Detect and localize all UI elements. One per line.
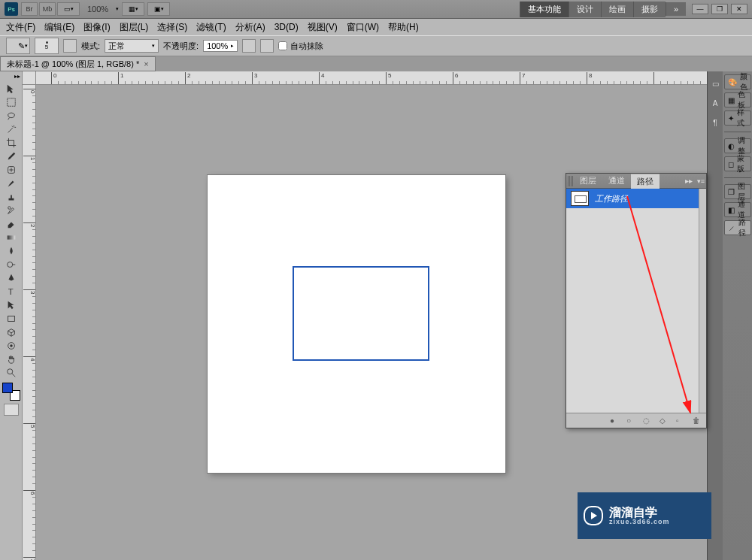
screen-mode-dropdown[interactable]: ▭▾	[57, 2, 80, 16]
menu-file[interactable]: 文件(F)	[2, 20, 40, 35]
panel-tab-paths[interactable]: 路径	[631, 174, 660, 189]
window-restore-button[interactable]: ❐	[711, 4, 728, 14]
dodge-tool[interactable]	[2, 258, 20, 271]
ruler-vertical[interactable]: 01234567	[23, 85, 36, 560]
fill-path-icon[interactable]: ●	[610, 416, 619, 425]
type-tool[interactable]: T	[2, 285, 20, 298]
airbrush-icon[interactable]	[260, 39, 274, 53]
stroke-path-icon[interactable]: ○	[626, 416, 635, 425]
path-to-selection-icon[interactable]: ◌	[643, 416, 652, 425]
brush-panel-toggle-icon[interactable]	[63, 39, 77, 53]
arrange-doc-dropdown[interactable]: ▣▾	[147, 2, 170, 16]
path-selection-tool[interactable]	[2, 298, 20, 312]
tablet-pressure-opacity-icon[interactable]	[242, 39, 256, 53]
close-icon[interactable]: ×	[144, 59, 148, 68]
blur-tool[interactable]	[2, 244, 20, 258]
window-close-button[interactable]: ✕	[731, 4, 747, 14]
opacity-input[interactable]: 100%▸	[203, 40, 238, 52]
eraser-tool[interactable]	[2, 217, 20, 231]
3d-tool[interactable]	[2, 325, 20, 339]
magic-wand-tool[interactable]	[2, 123, 20, 136]
path-row-work-path[interactable]: 工作路径	[566, 189, 706, 208]
workspace-photography[interactable]: 摄影	[633, 2, 666, 17]
delete-path-icon[interactable]: 🗑	[693, 416, 702, 425]
menu-filter[interactable]: 滤镜(T)	[192, 20, 230, 35]
bridge-icon[interactable]: Br	[21, 2, 38, 16]
document-tab[interactable]: 未标题-1 @ 100% (图层 1, RGB/8) * ×	[0, 56, 156, 71]
panel-menu-icon[interactable]: ▾≡	[696, 177, 706, 185]
menu-window[interactable]: 窗口(W)	[342, 20, 384, 35]
canvas[interactable]	[208, 175, 505, 473]
foreground-color[interactable]	[2, 383, 13, 393]
panel-channels-button[interactable]: ◧通道	[724, 202, 751, 217]
watermark: 溜溜自学 zixue.3d66.com	[578, 492, 711, 539]
menu-help[interactable]: 帮助(H)	[384, 20, 423, 35]
eyedropper-tool[interactable]	[2, 150, 20, 163]
workspace-more[interactable]: »	[666, 2, 686, 16]
panel-collapse-icon[interactable]: ▸▸	[682, 177, 696, 185]
tool-preset-picker[interactable]: ✎▾	[6, 38, 30, 54]
ruler-origin[interactable]	[23, 71, 36, 85]
move-tool[interactable]	[2, 82, 20, 95]
auto-erase-checkbox[interactable]: 自动抹除	[278, 41, 323, 52]
panel-styles-button[interactable]: ✦样式	[724, 110, 751, 126]
zoom-tool[interactable]	[2, 366, 20, 380]
menu-image[interactable]: 图像(I)	[79, 20, 114, 35]
menu-view[interactable]: 视图(V)	[303, 20, 342, 35]
clone-stamp-tool[interactable]	[2, 190, 20, 204]
window-minimize-button[interactable]: —	[692, 4, 708, 14]
healing-brush-tool[interactable]	[2, 163, 20, 177]
3d-camera-tool[interactable]	[2, 339, 20, 353]
workspace-design[interactable]: 设计	[569, 2, 601, 17]
rectangle-path[interactable]	[293, 266, 429, 361]
arrange-grid-dropdown[interactable]: ▦▾	[122, 2, 144, 16]
shape-tool[interactable]	[2, 312, 20, 325]
paths-panel-body[interactable]: 工作路径	[566, 189, 706, 413]
panel-color-button[interactable]: 🎨颜色	[724, 74, 751, 89]
new-path-icon[interactable]: ▫	[676, 416, 685, 425]
panel-adjustments-button[interactable]: ◐调整	[724, 138, 751, 153]
panel-scrollbar[interactable]	[699, 189, 706, 413]
minibridge-icon[interactable]: Mb	[39, 2, 56, 16]
history-brush-tool[interactable]	[2, 204, 20, 217]
history-panel-icon[interactable]: ▭	[708, 74, 723, 92]
path-thumbnail[interactable]	[571, 191, 589, 206]
gradient-tool[interactable]	[2, 231, 20, 244]
brush-picker[interactable]: 5	[35, 38, 59, 54]
zoom-dropdown[interactable]: ▾	[116, 6, 119, 12]
panel-grip-icon[interactable]	[568, 176, 574, 186]
character-panel-icon[interactable]: A	[708, 94, 723, 112]
color-swatches[interactable]	[2, 383, 20, 401]
svg-text:T: T	[8, 287, 13, 296]
zoom-display[interactable]: 100%	[83, 5, 113, 14]
collapse-toolbar-icon[interactable]: ▸▸	[14, 73, 22, 80]
brush-tool[interactable]	[2, 177, 20, 190]
ruler-horizontal[interactable]: 012345678	[36, 71, 707, 85]
marquee-tool[interactable]	[2, 95, 20, 109]
svg-point-2	[8, 207, 11, 210]
paths-panel[interactable]: 图层 通道 路径 ▸▸ ▾≡ 工作路径 ● ○ ◌ ◇ ▫ 🗑	[566, 173, 707, 428]
panel-tab-layers[interactable]: 图层	[574, 174, 602, 188]
menu-edit[interactable]: 编辑(E)	[40, 20, 79, 35]
crop-tool[interactable]	[2, 136, 20, 150]
menu-layer[interactable]: 图层(L)	[115, 20, 153, 35]
quick-mask-button[interactable]	[4, 404, 19, 416]
menu-analysis[interactable]: 分析(A)	[231, 20, 270, 35]
workspace-essentials[interactable]: 基本功能	[520, 2, 569, 17]
panel-swatches-button[interactable]: ▦色板	[724, 92, 751, 107]
paragraph-panel-icon[interactable]: ¶	[708, 114, 723, 132]
panel-masks-button[interactable]: ◻蒙版	[724, 156, 751, 171]
selection-to-path-icon[interactable]: ◇	[660, 416, 669, 425]
paths-panel-header[interactable]: 图层 通道 路径 ▸▸ ▾≡	[566, 174, 706, 189]
lasso-tool[interactable]	[2, 109, 20, 123]
panel-tab-channels[interactable]: 通道	[602, 174, 631, 188]
panel-paths-button[interactable]: ⟋路径	[724, 220, 751, 235]
title-bar: Ps Br Mb ▭▾ 100% ▾ ▦▾ ▣▾ 基本功能 设计 绘画 摄影 »…	[0, 0, 752, 19]
pen-tool[interactable]	[2, 271, 20, 285]
blend-mode-select[interactable]: 正常▾	[105, 39, 159, 53]
panel-layers-button[interactable]: ❐图层	[724, 184, 751, 199]
menu-select[interactable]: 选择(S)	[153, 20, 192, 35]
workspace-painting[interactable]: 绘画	[601, 2, 633, 17]
hand-tool[interactable]	[2, 353, 20, 366]
menu-3d[interactable]: 3D(D)	[270, 20, 303, 34]
